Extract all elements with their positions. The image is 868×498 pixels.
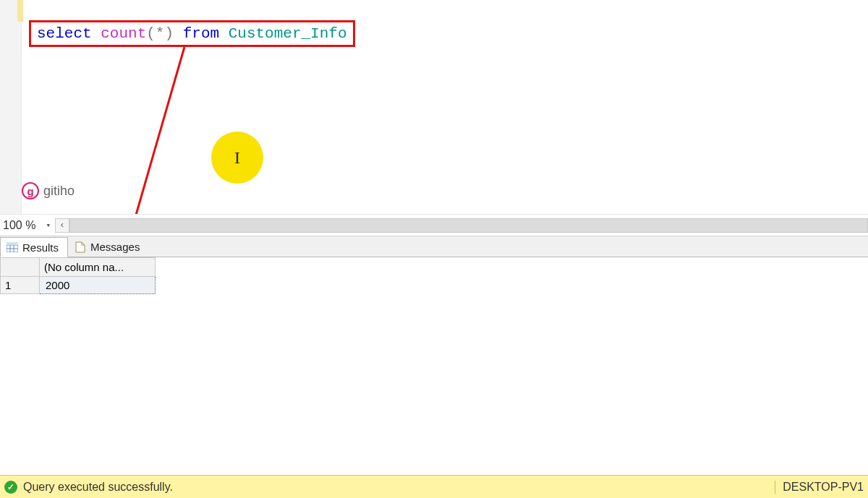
status-message: Query executed successfully. [23,481,173,494]
sql-editor[interactable]: select count(*) from Customer_Info I g g… [0,0,868,214]
status-bar: ✓ Query executed successfully. DESKTOP-P… [0,475,868,498]
sql-args: (*) [146,25,174,42]
tab-messages-label: Messages [90,241,140,253]
scroll-left-button[interactable]: ‹ [55,218,69,233]
watermark-logo-icon: g [22,182,39,199]
page-icon [75,242,86,252]
tab-results-label: Results [22,241,59,254]
zoom-toolbar: 100 % ▾ ‹ [0,214,868,236]
editor-gutter [0,0,22,214]
chevron-left-icon: ‹ [59,220,65,231]
results-grid[interactable]: (No column na... 1 2000 [0,257,868,473]
svg-rect-7 [7,242,18,245]
grid-row-number[interactable]: 1 [1,277,40,294]
result-tabs: Results Messages [0,236,868,257]
sql-keyword-select: select [37,25,92,42]
grid-icon [7,242,18,252]
sql-function-count: count [101,25,146,42]
watermark-text: gitiho [43,184,75,199]
annotation-arrow [116,43,210,239]
gutter-marker [17,0,23,22]
tab-messages[interactable]: Messages [68,236,149,257]
zoom-dropdown[interactable]: ▾ [41,220,55,230]
svg-line-1 [132,47,184,230]
horizontal-scrollbar[interactable] [69,218,868,233]
grid-corner[interactable] [1,258,40,277]
sql-highlight-box: select count(*) from Customer_Info [29,20,355,47]
watermark: g gitiho [22,182,75,199]
cursor-highlight-circle: I [211,132,263,184]
grid-column-header[interactable]: (No column na... [40,258,156,277]
sql-table-name: Customer_Info [229,25,347,42]
tab-results[interactable]: Results [0,237,68,257]
text-cursor-icon: I [234,148,240,168]
sql-keyword-from: from [183,25,219,42]
grid-cell-value[interactable]: 2000 [40,277,156,294]
zoom-level: 100 % [0,219,41,232]
status-server: DESKTOP-PV1 [783,481,864,494]
table-row[interactable]: 1 2000 [1,277,156,294]
success-check-icon: ✓ [4,481,17,494]
